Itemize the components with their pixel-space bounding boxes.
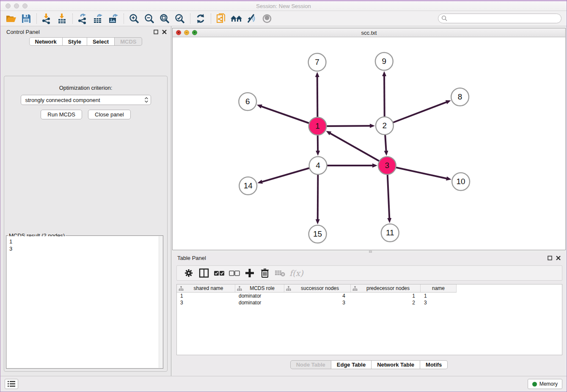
export-image-icon bbox=[108, 13, 119, 24]
result-scrollbar[interactable] bbox=[159, 236, 162, 368]
float-table-panel-icon[interactable] bbox=[548, 256, 552, 260]
trash-icon bbox=[261, 268, 269, 278]
table-toolbar: f(x) bbox=[176, 265, 562, 281]
graph-node-10[interactable]: 10 bbox=[452, 173, 470, 190]
new-network-from-selection-button[interactable] bbox=[215, 13, 228, 25]
tab-edge-table[interactable]: Edge Table bbox=[331, 360, 372, 369]
refresh-view-button[interactable] bbox=[194, 13, 207, 25]
tab-select[interactable]: Select bbox=[87, 37, 115, 46]
export-image-button[interactable] bbox=[107, 13, 120, 25]
show-details-button[interactable] bbox=[261, 13, 273, 25]
titlebar: Session: New Session bbox=[0, 1, 567, 11]
import-network-button[interactable] bbox=[41, 13, 53, 25]
table-row[interactable]: 1dominator411 bbox=[177, 293, 562, 299]
search-field bbox=[438, 14, 561, 23]
tab-mcds[interactable]: MCDS bbox=[115, 37, 142, 46]
network-canvas[interactable]: 7968124314101511 bbox=[173, 37, 565, 250]
graph-node-2[interactable]: 2 bbox=[376, 117, 394, 135]
tab-node-table[interactable]: Node Table bbox=[290, 360, 331, 369]
close-panel-button[interactable]: Close panel bbox=[88, 110, 131, 119]
add-row-button[interactable] bbox=[242, 267, 257, 279]
hide-details-icon bbox=[246, 13, 257, 24]
graph-node-8[interactable]: 8 bbox=[451, 88, 469, 106]
network-close-button[interactable]: ✕ bbox=[176, 30, 181, 35]
edge-2-8[interactable] bbox=[385, 102, 447, 126]
new-network-from-selection-icon bbox=[216, 13, 227, 24]
first-neighbors-button[interactable] bbox=[230, 13, 243, 25]
graph-node-4[interactable]: 4 bbox=[309, 157, 327, 174]
column-header-predecessor-nodes[interactable]: predecessor nodes bbox=[351, 284, 421, 292]
tab-style[interactable]: Style bbox=[63, 37, 87, 46]
control-panel-title: Control Panel bbox=[6, 29, 40, 35]
zoom-in-icon bbox=[129, 13, 140, 24]
zoom-out-button[interactable] bbox=[143, 13, 156, 25]
column-header-name[interactable]: name bbox=[421, 284, 457, 292]
node-label: 14 bbox=[244, 181, 253, 190]
zoom-selected-button[interactable] bbox=[173, 13, 186, 25]
graph-node-9[interactable]: 9 bbox=[375, 52, 393, 70]
deselect-all-rows-button[interactable] bbox=[227, 267, 242, 279]
network-minimize-button[interactable]: − bbox=[184, 30, 189, 35]
toolbar-separator bbox=[36, 14, 37, 24]
close-table-panel-icon[interactable] bbox=[556, 256, 561, 260]
network-window-titlebar: scc.txt ✕ − + bbox=[173, 28, 565, 37]
first-neighbors-houses-icon bbox=[230, 14, 243, 24]
open-session-button[interactable] bbox=[5, 13, 17, 25]
refresh-icon bbox=[195, 13, 206, 24]
mcds-tab-content: Optimization criterion: strongly connect… bbox=[4, 76, 168, 372]
hide-details-button[interactable] bbox=[245, 13, 258, 25]
edge-3-1[interactable] bbox=[330, 133, 387, 166]
task-list-icon bbox=[8, 381, 15, 387]
import-table-button[interactable] bbox=[56, 13, 69, 25]
graph-node-6[interactable]: 6 bbox=[239, 93, 256, 110]
graph-node-1[interactable]: 1 bbox=[309, 117, 327, 135]
graph-node-14[interactable]: 14 bbox=[239, 177, 257, 195]
column-header-shared-name[interactable]: shared name bbox=[177, 284, 235, 292]
control-panel-tabs: NetworkStyleSelectMCDS bbox=[0, 37, 171, 46]
control-panel: Control Panel NetworkStyleSelectMCDS Opt… bbox=[0, 26, 171, 376]
node-label: 11 bbox=[386, 228, 394, 237]
graph-node-15[interactable]: 15 bbox=[309, 225, 327, 243]
task-history-button[interactable] bbox=[5, 379, 18, 389]
window-title: Session: New Session bbox=[0, 3, 567, 9]
plus-icon bbox=[245, 268, 254, 278]
zoom-in-button[interactable] bbox=[128, 13, 140, 25]
tab-motifs[interactable]: Motifs bbox=[420, 360, 448, 369]
graph-node-11[interactable]: 11 bbox=[381, 224, 399, 242]
zoom-fit-button[interactable] bbox=[158, 13, 171, 25]
delete-table-button[interactable] bbox=[272, 267, 288, 279]
run-mcds-button[interactable]: Run MCDS bbox=[41, 110, 82, 119]
float-panel-icon[interactable] bbox=[154, 30, 158, 34]
search-input[interactable] bbox=[448, 15, 561, 22]
graph-node-3[interactable]: 3 bbox=[378, 157, 396, 174]
tab-network-table[interactable]: Network Table bbox=[372, 360, 420, 369]
table-header-row: shared nameMCDS rolesuccessor nodesprede… bbox=[177, 284, 457, 293]
column-type-icon bbox=[237, 286, 242, 291]
table-body: 1dominator4113dominator323 bbox=[177, 293, 562, 306]
table-panel-title: Table Panel bbox=[177, 255, 206, 261]
select-all-rows-button[interactable] bbox=[212, 267, 227, 279]
export-table-button[interactable] bbox=[92, 13, 105, 25]
export-network-button[interactable] bbox=[77, 13, 89, 25]
criterion-select[interactable]: strongly connected component bbox=[21, 95, 151, 105]
close-panel-icon[interactable] bbox=[162, 30, 167, 34]
column-header-successor-nodes[interactable]: successor nodes bbox=[284, 284, 351, 292]
function-builder-button[interactable]: f(x) bbox=[289, 268, 303, 278]
delete-row-button[interactable] bbox=[257, 267, 272, 279]
table-row[interactable]: 3dominator323 bbox=[177, 299, 562, 306]
save-session-button[interactable] bbox=[20, 13, 33, 25]
column-header-mcds-role[interactable]: MCDS role bbox=[235, 284, 284, 292]
table-panel: Table Panel bbox=[172, 253, 566, 376]
mcds-result-textarea[interactable]: 1 3 bbox=[7, 236, 162, 368]
node-table[interactable]: shared nameMCDS rolesuccessor nodesprede… bbox=[176, 284, 562, 355]
show-column-button[interactable] bbox=[196, 267, 212, 279]
tab-network[interactable]: Network bbox=[29, 37, 63, 46]
node-label: 1 bbox=[315, 121, 320, 130]
graph-node-7[interactable]: 7 bbox=[308, 53, 326, 71]
memory-button[interactable]: Memory bbox=[528, 379, 562, 389]
export-network-icon bbox=[77, 13, 88, 24]
import-network-icon bbox=[41, 13, 52, 24]
table-options-button[interactable] bbox=[181, 267, 196, 279]
network-maximize-button[interactable]: + bbox=[192, 30, 197, 35]
zoom-fit-icon bbox=[159, 13, 170, 24]
